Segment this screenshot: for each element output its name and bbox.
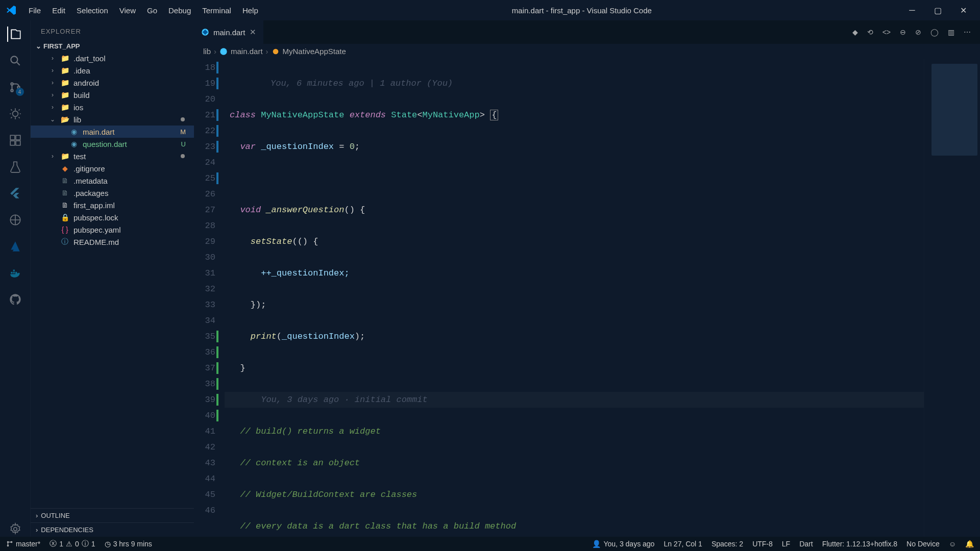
tree-item-label: question.dart [83, 140, 127, 148]
svg-point-2 [11, 89, 13, 91]
github-icon[interactable] [8, 292, 23, 307]
outline-section[interactable]: › OUTLINE [31, 508, 194, 522]
tree-item-label: build [74, 91, 90, 99]
tree-item-label: main.dart [83, 128, 115, 136]
gitlens-blame[interactable]: 👤 You, 3 days ago [592, 540, 654, 548]
search-icon[interactable] [8, 53, 23, 68]
explorer-icon[interactable] [7, 27, 22, 42]
feedback-icon[interactable]: ☺ [949, 540, 956, 548]
line-number: 36 [194, 344, 215, 360]
branch-indicator[interactable]: master* [6, 540, 40, 548]
tree-item-test[interactable]: ›📁test [31, 150, 194, 162]
minimize-button[interactable]: ─ [900, 2, 924, 19]
device-indicator[interactable]: No Device [906, 540, 940, 548]
dependencies-section[interactable]: › DEPENDENCIES [31, 522, 194, 537]
tree-item-README-md[interactable]: ⓘREADME.md [31, 236, 194, 248]
tree-item--gitignore[interactable]: ◆.gitignore [31, 162, 194, 174]
menu-debug[interactable]: Debug [163, 4, 196, 17]
tree-item-label: pubspec.yaml [74, 226, 121, 234]
indent-indicator[interactable]: Spaces: 2 [712, 540, 743, 548]
dart-devtools-icon[interactable]: ◆ [852, 28, 858, 36]
settings-icon[interactable] [8, 521, 23, 537]
crumb-class[interactable]: MyNativeAppState [272, 47, 346, 56]
line-number: 22 [194, 123, 215, 139]
titlebar: File Edit Selection View Go Debug Termin… [0, 0, 980, 20]
crumb-lib[interactable]: lib [203, 47, 211, 56]
source-control-icon[interactable]: 4 [8, 80, 23, 95]
tree-item-android[interactable]: ›📁android [31, 77, 194, 89]
line-number: 18 [194, 60, 215, 76]
menu-go[interactable]: Go [142, 4, 162, 17]
menu-view[interactable]: View [114, 4, 141, 17]
more-icon[interactable]: ⋯ [964, 28, 971, 36]
chevron-right-icon: › [36, 512, 38, 519]
folder-root[interactable]: ⌄ FIRST_APP [31, 40, 194, 52]
crumb-file[interactable]: main.dart [219, 47, 263, 56]
bell-icon[interactable]: 🔔 [965, 540, 974, 548]
eol-indicator[interactable]: LF [782, 540, 790, 548]
class-icon [272, 47, 280, 56]
cursor-position[interactable]: Ln 27, Col 1 [664, 540, 702, 548]
debug-icon[interactable] [8, 106, 23, 121]
code-content[interactable]: You, 6 minutes ago | 1 author (You) clas… [225, 59, 924, 537]
menu-help[interactable]: Help [237, 4, 263, 17]
svg-point-0 [11, 56, 17, 63]
language-indicator[interactable]: Dart [799, 540, 813, 548]
test-icon[interactable] [8, 159, 23, 174]
hot-reload-icon[interactable]: ⟲ [867, 28, 873, 36]
restart-icon[interactable]: ⊖ [900, 28, 906, 36]
remote-icon[interactable] [8, 212, 23, 228]
tree-item-label: android [74, 79, 99, 87]
tree-item-build[interactable]: ›📁build [31, 89, 194, 101]
maximize-button[interactable]: ▢ [926, 2, 949, 19]
breadcrumb: lib › main.dart › MyNativeAppState [194, 44, 980, 59]
flutter-indicator[interactable]: Flutter: 1.12.13+hotfix.8 [822, 540, 897, 548]
menu-terminal[interactable]: Terminal [197, 4, 236, 17]
tree-item--metadata[interactable]: 🗎.metadata [31, 174, 194, 187]
branch-icon [6, 540, 13, 547]
tree-item-label: .metadata [74, 177, 108, 185]
tree-item-main-dart[interactable]: ◉main.dartM [31, 126, 194, 138]
menu-selection[interactable]: Selection [71, 4, 113, 17]
tree-item-label: ios [74, 103, 83, 112]
tree-item-first_app-iml[interactable]: 🗎first_app.iml [31, 199, 194, 211]
tree-item--idea[interactable]: ›📁.idea [31, 64, 194, 77]
azure-icon[interactable] [8, 239, 23, 254]
tab-main-dart[interactable]: main.dart ✕ [194, 20, 263, 44]
problems-indicator[interactable]: ⓧ1 ⚠0 ⓘ1 [50, 539, 95, 548]
line-number: 25 [194, 170, 215, 186]
tree-item--dart_tool[interactable]: ›📁.dart_tool [31, 52, 194, 64]
encoding-indicator[interactable]: UTF-8 [752, 540, 773, 548]
vscode-icon [5, 4, 17, 16]
tree-item-ios[interactable]: ›📁ios [31, 101, 194, 113]
line-number: 31 [194, 265, 215, 281]
file-icon: 🗎 [60, 188, 69, 197]
editor-area: main.dart ✕ ◆ ⟲ <> ⊖ ⊘ ◯ ▥ ⋯ lib › main.… [194, 20, 980, 537]
split-editor-icon[interactable]: ▥ [948, 28, 954, 36]
docker-icon[interactable] [8, 265, 23, 281]
folder-open-icon: 📂 [60, 115, 69, 124]
dart-icon: ◉ [69, 139, 79, 148]
tree-item-lib[interactable]: ⌄📂lib [31, 113, 194, 126]
chevron-right-icon: › [266, 47, 268, 56]
time-tracker[interactable]: ◷ 3 hrs 9 mins [105, 540, 152, 548]
line-number: 27 [194, 202, 215, 218]
menu-edit[interactable]: Edit [47, 4, 70, 17]
flutter-icon[interactable] [8, 186, 23, 201]
error-icon: ⓧ [50, 539, 57, 548]
close-button[interactable]: ✕ [951, 2, 975, 19]
editor[interactable]: 1819202122232425262728293031323334353637… [194, 59, 980, 537]
tree-item-question-dart[interactable]: ◉question.dartU [31, 138, 194, 150]
open-devtools-icon[interactable]: <> [883, 28, 891, 36]
extensions-icon[interactable] [8, 133, 23, 148]
tree-item-pubspec-yaml[interactable]: { }pubspec.yaml [31, 223, 194, 236]
minimap[interactable] [924, 59, 980, 537]
menu-file[interactable]: File [23, 4, 46, 17]
stop-icon[interactable]: ⊘ [915, 28, 921, 36]
inspector-icon[interactable]: ◯ [930, 28, 939, 36]
tree-item-pubspec-lock[interactable]: 🔒pubspec.lock [31, 211, 194, 223]
close-icon[interactable]: ✕ [250, 28, 256, 37]
tree-item--packages[interactable]: 🗎.packages [31, 187, 194, 199]
sidebar-title: EXPLORER [31, 20, 194, 40]
line-number: 43 [194, 455, 215, 471]
